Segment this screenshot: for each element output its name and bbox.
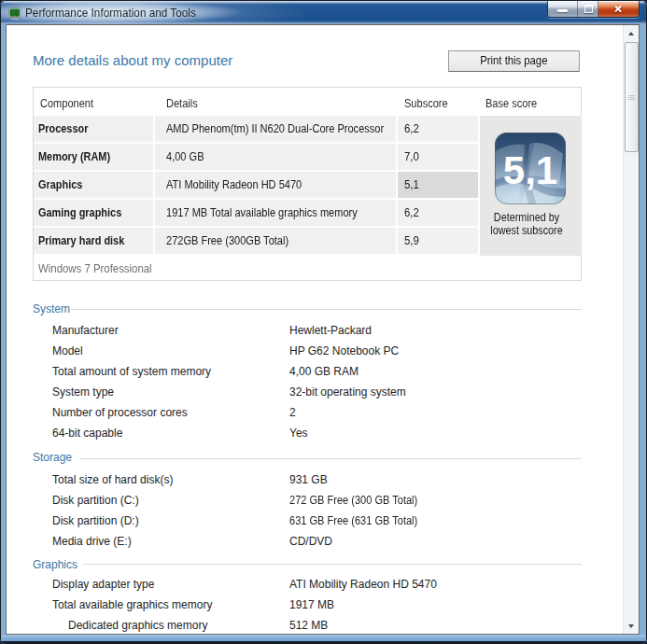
svg-text:5,1: 5,1 — [503, 148, 557, 192]
